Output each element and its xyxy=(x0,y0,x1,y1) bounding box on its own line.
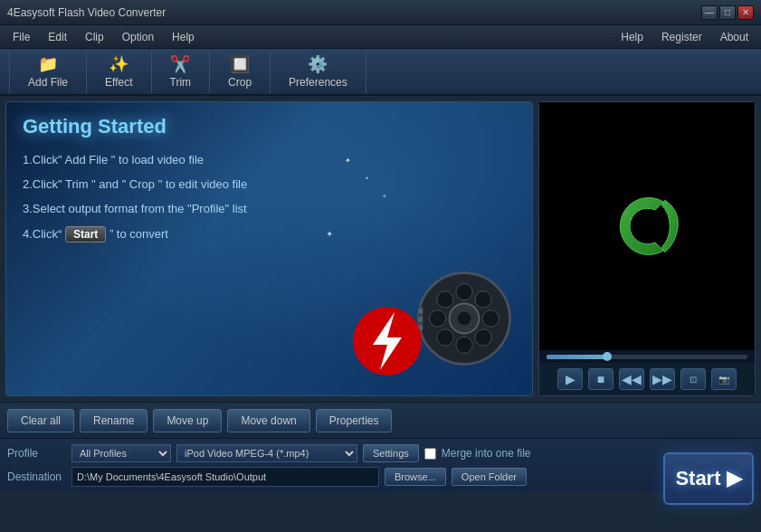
minimize-button[interactable]: — xyxy=(701,5,718,20)
svg-point-7 xyxy=(437,291,453,308)
preview-screen xyxy=(539,102,755,350)
open-folder-button[interactable]: Open Folder xyxy=(452,468,527,486)
destination-input[interactable] xyxy=(71,467,379,487)
menu-register[interactable]: Register xyxy=(652,29,711,45)
toolbar-preferences[interactable]: ⚙️ Preferences xyxy=(271,51,366,92)
getting-started-title: Getting Started xyxy=(23,115,516,138)
settings-bar: Profile All Profiles iPod Video MPEG-4 (… xyxy=(0,438,761,492)
toolbar-effect[interactable]: ✨ Effect xyxy=(87,51,151,92)
profile-select-all[interactable]: All Profiles xyxy=(71,444,171,462)
crop-icon: 🔲 xyxy=(230,54,250,74)
menu-help-right[interactable]: Help xyxy=(612,29,652,45)
svg-point-10 xyxy=(437,329,453,346)
getting-started-panel: Getting Started 1.Click" Add File " to l… xyxy=(5,101,533,396)
step-4: 4.Click“ Start ” to convert xyxy=(23,226,516,242)
play-button[interactable]: ▶ xyxy=(557,368,583,390)
toolbar-crop[interactable]: 🔲 Crop xyxy=(210,51,271,92)
merge-label: Merge into one file xyxy=(442,447,531,460)
titlebar: 4Easysoft Flash Video Converter — □ ✕ xyxy=(0,0,761,25)
preview-logo xyxy=(606,185,688,267)
bottom-area: Profile All Profiles iPod Video MPEG-4 (… xyxy=(0,438,761,512)
merge-checkbox[interactable] xyxy=(424,448,436,460)
seekbar-track[interactable] xyxy=(547,355,747,359)
preferences-icon: ⚙️ xyxy=(308,54,328,74)
seekbar[interactable] xyxy=(539,350,755,363)
toolbar-preferences-label: Preferences xyxy=(289,76,347,89)
svg-point-5 xyxy=(430,310,446,327)
menu-file[interactable]: File xyxy=(4,29,39,45)
seekbar-fill xyxy=(547,355,607,359)
preview-panel: ▶ ■ ◀◀ ▶▶ ⊡ 📷 xyxy=(538,101,756,396)
toolbar-add-file-label: Add File xyxy=(28,76,68,89)
start-button[interactable]: Start ▶ xyxy=(663,452,754,505)
toolbar-add-file[interactable]: 📁 Add File xyxy=(9,51,87,92)
start-inline-btn: Start xyxy=(65,226,106,242)
toolbar-trim[interactable]: ✂️ Trim xyxy=(152,51,211,92)
move-up-button[interactable]: Move up xyxy=(153,409,222,432)
step-1: 1.Click" Add File " to load video file xyxy=(23,153,516,166)
menu-edit[interactable]: Edit xyxy=(39,29,76,45)
flash-logo-icon xyxy=(351,305,423,377)
menubar: File Edit Clip Option Help Help Register… xyxy=(0,25,761,49)
close-button[interactable]: ✕ xyxy=(737,5,754,20)
menu-option[interactable]: Option xyxy=(113,29,163,45)
fast-forward-button[interactable]: ▶▶ xyxy=(650,368,675,390)
settings-button[interactable]: Settings xyxy=(363,444,419,462)
toolbar: 📁 Add File ✨ Effect ✂️ Trim 🔲 Crop ⚙️ Pr… xyxy=(0,49,761,96)
app-title: 4Easysoft Flash Video Converter xyxy=(7,6,699,19)
clear-all-button[interactable]: Clear all xyxy=(7,409,74,432)
menu-help[interactable]: Help xyxy=(163,29,204,45)
effect-icon: ✨ xyxy=(109,54,128,74)
action-bar: Clear all Rename Move up Move down Prope… xyxy=(0,402,761,438)
main-area: Getting Started 1.Click" Add File " to l… xyxy=(0,96,761,402)
svg-point-6 xyxy=(482,310,499,327)
maximize-button[interactable]: □ xyxy=(719,5,736,20)
seekbar-thumb[interactable] xyxy=(603,352,612,361)
menu-right: Help Register About xyxy=(612,29,757,45)
preview-controls: ▶ ■ ◀◀ ▶▶ ⊡ 📷 xyxy=(539,363,755,395)
svg-point-3 xyxy=(456,284,472,300)
profile-label: Profile xyxy=(7,447,66,460)
frame-back-button[interactable]: ⊡ xyxy=(680,368,706,390)
rewind-button[interactable]: ◀◀ xyxy=(619,368,644,390)
svg-point-2 xyxy=(458,312,471,326)
screenshot-button[interactable]: 📷 xyxy=(711,368,737,390)
stop-button[interactable]: ■ xyxy=(588,368,614,390)
properties-button[interactable]: Properties xyxy=(316,409,393,432)
svg-point-9 xyxy=(475,291,491,308)
destination-row: Destination Browse... Open Folder xyxy=(7,467,754,487)
menu-about[interactable]: About xyxy=(711,29,757,45)
toolbar-trim-label: Trim xyxy=(170,76,192,89)
step-3: 3.Select output format from the "Profile… xyxy=(23,202,516,215)
add-file-icon: 📁 xyxy=(38,54,58,74)
svg-point-8 xyxy=(475,329,491,346)
trim-icon: ✂️ xyxy=(170,54,190,74)
svg-point-4 xyxy=(456,337,472,353)
step-2: 2.Click" Trim " and " Crop " to edit vid… xyxy=(23,177,516,191)
browse-button[interactable]: Browse... xyxy=(385,468,446,486)
profile-select-format[interactable]: iPod Video MPEG-4 (*.mp4) xyxy=(176,444,357,462)
film-reel-icon xyxy=(414,269,514,368)
toolbar-effect-label: Effect xyxy=(105,76,132,89)
menu-clip[interactable]: Clip xyxy=(76,29,113,45)
move-down-button[interactable]: Move down xyxy=(227,409,309,432)
destination-label: Destination xyxy=(7,470,66,483)
profile-row: Profile All Profiles iPod Video MPEG-4 (… xyxy=(7,444,754,462)
toolbar-crop-label: Crop xyxy=(228,76,252,89)
rename-button[interactable]: Rename xyxy=(80,409,147,432)
